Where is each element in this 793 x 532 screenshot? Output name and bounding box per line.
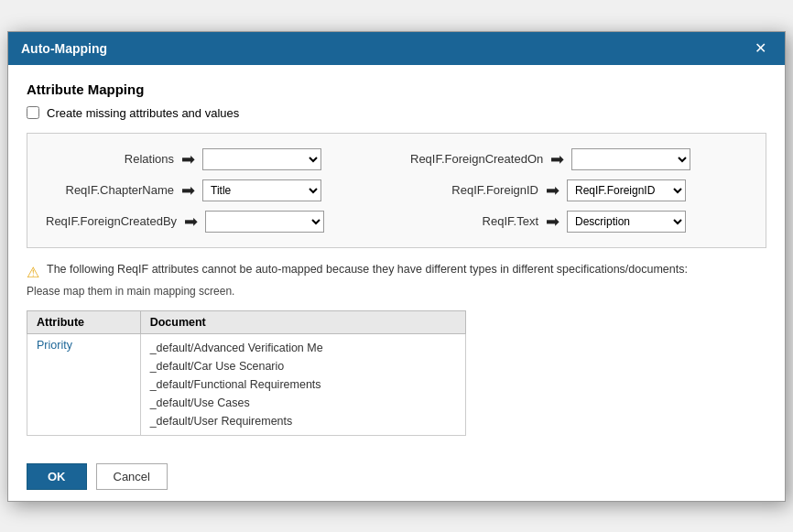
section-title: Attribute Mapping xyxy=(27,81,766,97)
warning-text: The following ReqIF attributes cannot be… xyxy=(47,263,688,276)
ok-button[interactable]: OK xyxy=(27,463,87,490)
col-document: Document xyxy=(140,310,465,333)
doc-item: _default/User Requirements xyxy=(150,412,456,430)
attr-name-cell: Priority xyxy=(27,333,141,435)
label-foreignid: ReqIF.ForeignID xyxy=(410,183,538,197)
attr-doc-cell: _default/Advanced Verification Me _defau… xyxy=(140,333,465,435)
dialog-title: Auto-Mapping xyxy=(21,41,107,56)
mapping-row-text: ReqIF.Text ➡ Description xyxy=(410,211,747,233)
arrow-icon-foreigncreatedon: ➡ xyxy=(550,149,564,169)
warning-icon: ⚠ xyxy=(27,264,39,281)
mapping-box: Relations ➡ ReqIF.ChapterName ➡ Title xyxy=(27,133,766,248)
checkbox-label: Create missing attributes and values xyxy=(47,106,239,120)
checkbox-row: Create missing attributes and values xyxy=(27,106,766,120)
mapping-col-left: Relations ➡ ReqIF.ChapterName ➡ Title xyxy=(46,148,383,233)
select-text[interactable]: Description xyxy=(567,211,686,233)
label-foreigncreatedon: ReqIF.ForeignCreatedOn xyxy=(410,152,543,166)
mapping-grid: Relations ➡ ReqIF.ChapterName ➡ Title xyxy=(46,148,747,233)
doc-item: _default/Car Use Scenario xyxy=(150,357,456,375)
doc-item: _default/Use Cases xyxy=(150,394,456,412)
mapping-row-chaptername: ReqIF.ChapterName ➡ Title xyxy=(46,179,383,201)
select-foreigncreatedon[interactable] xyxy=(571,148,690,170)
arrow-icon-relations: ➡ xyxy=(181,149,195,169)
table-row: Priority _default/Advanced Verification … xyxy=(27,333,466,435)
warning-sub-text: Please map them in main mapping screen. xyxy=(27,285,766,298)
cancel-button[interactable]: Cancel xyxy=(96,463,168,490)
mapping-row-relations: Relations ➡ xyxy=(46,148,383,170)
label-foreigncreatedby: ReqIF.ForeignCreatedBy xyxy=(46,214,177,228)
dialog-body: Attribute Mapping Create missing attribu… xyxy=(8,65,785,452)
select-relations[interactable] xyxy=(202,148,321,170)
doc-item: _default/Advanced Verification Me xyxy=(150,339,456,357)
doc-list: _default/Advanced Verification Me _defau… xyxy=(150,339,456,430)
auto-mapping-dialog: Auto-Mapping ✕ Attribute Mapping Create … xyxy=(7,31,786,502)
label-relations: Relations xyxy=(46,152,174,166)
col-attribute: Attribute xyxy=(27,310,141,333)
doc-item: _default/Functional Requirements xyxy=(150,375,456,394)
attr-name: Priority xyxy=(37,339,72,352)
mapping-col-right: ReqIF.ForeignCreatedOn ➡ ReqIF.ForeignID… xyxy=(410,148,747,233)
dialog-footer: OK Cancel xyxy=(8,452,785,501)
mapping-row-foreigncreatedon: ReqIF.ForeignCreatedOn ➡ xyxy=(410,148,747,170)
create-missing-checkbox[interactable] xyxy=(27,106,39,119)
dialog-titlebar: Auto-Mapping ✕ xyxy=(8,32,785,65)
mapping-row-foreignid: ReqIF.ForeignID ➡ ReqIF.ForeignID xyxy=(410,179,747,201)
label-text: ReqIF.Text xyxy=(410,214,538,228)
arrow-icon-foreignid: ➡ xyxy=(546,180,559,201)
attribute-table: Attribute Document Priority _default/Adv… xyxy=(27,310,466,436)
close-button[interactable]: ✕ xyxy=(749,39,772,58)
mapping-row-foreigncreatedby: ReqIF.ForeignCreatedBy ➡ xyxy=(46,211,383,233)
select-chaptername[interactable]: Title xyxy=(202,179,321,201)
warning-box: ⚠ The following ReqIF attributes cannot … xyxy=(27,263,766,298)
label-chaptername: ReqIF.ChapterName xyxy=(46,183,174,197)
arrow-icon-chaptername: ➡ xyxy=(181,180,195,201)
select-foreignid[interactable]: ReqIF.ForeignID xyxy=(567,179,686,201)
arrow-icon-foreigncreatedby: ➡ xyxy=(184,212,198,232)
select-foreigncreatedby[interactable] xyxy=(205,211,324,233)
arrow-icon-text: ➡ xyxy=(546,212,559,232)
warning-line: ⚠ The following ReqIF attributes cannot … xyxy=(27,263,766,281)
